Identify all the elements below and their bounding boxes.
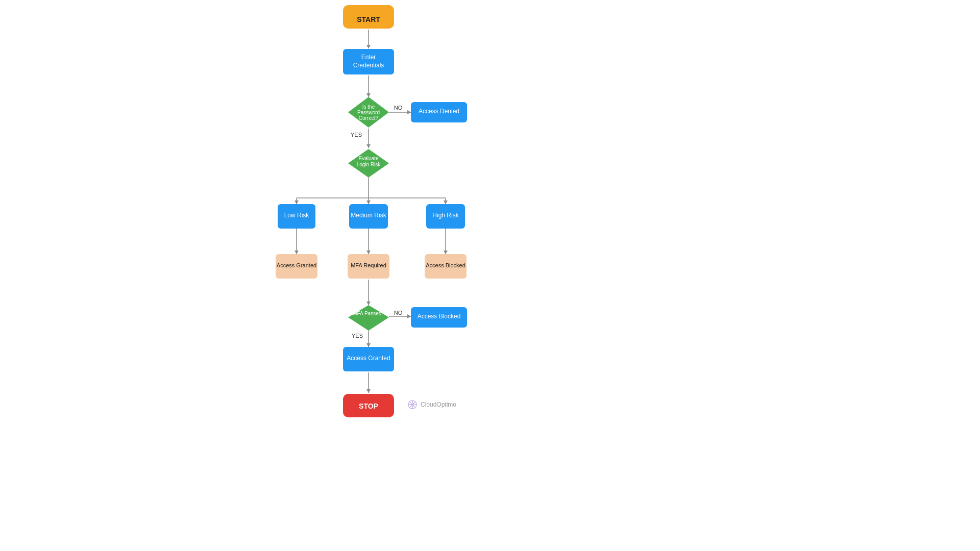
svg-text:MFA Passed?: MFA Passed?: [353, 311, 384, 316]
medium-risk-label: Medium Risk: [351, 212, 386, 219]
mfa-required-label: MFA Required: [351, 262, 386, 268]
access-blocked-high-node: Access Blocked: [425, 254, 467, 279]
access-denied-label: Access Denied: [419, 108, 459, 115]
evaluate-risk-diamond: Evaluate Login Risk: [348, 149, 389, 178]
access-denied-node: Access Denied: [411, 102, 467, 122]
password-diamond: Is the Password Correct?: [348, 97, 389, 128]
svg-text:Credentials: Credentials: [353, 62, 384, 69]
svg-marker-15: [444, 201, 448, 204]
svg-text:Login Risk: Login Risk: [357, 162, 381, 167]
flowchart-svg: START Enter Credentials Is the Password …: [0, 0, 980, 551]
enter-credentials-label: Enter: [361, 54, 376, 61]
stop-label: STOP: [359, 402, 378, 410]
high-risk-label: High Risk: [432, 212, 459, 219]
svg-text:Password: Password: [357, 110, 380, 115]
svg-marker-5: [407, 110, 411, 114]
no-label-1: NO: [394, 105, 403, 111]
svg-marker-3: [366, 93, 371, 97]
high-risk-node: High Risk: [426, 204, 465, 229]
low-risk-label: Low Risk: [284, 212, 310, 219]
svg-marker-17: [295, 251, 299, 254]
svg-marker-21: [444, 251, 448, 254]
svg-marker-11: [295, 201, 299, 204]
access-granted-low-node: Access Granted: [276, 254, 317, 279]
access-blocked-no-label: Access Blocked: [418, 313, 461, 320]
access-blocked-no-node: Access Blocked: [411, 307, 467, 328]
mfa-required-node: MFA Required: [348, 254, 389, 279]
svg-marker-1: [366, 45, 371, 48]
svg-text:Is the: Is the: [362, 104, 375, 110]
yes-label-2: YES: [352, 333, 363, 339]
enter-credentials-node: Enter Credentials: [343, 49, 394, 74]
svg-marker-25: [407, 314, 411, 318]
start-node: START: [343, 5, 394, 29]
svg-text:Evaluate: Evaluate: [359, 156, 379, 161]
medium-risk-node: Medium Risk: [349, 204, 388, 229]
access-granted-yes-node: Access Granted: [343, 347, 394, 371]
cloudoptimo-watermark: CloudOptimo: [408, 400, 456, 409]
svg-text:Correct?: Correct?: [359, 115, 379, 121]
no-label-2: NO: [394, 310, 403, 316]
access-granted-low-label: Access Granted: [277, 262, 316, 268]
svg-marker-47: [348, 305, 389, 331]
svg-marker-13: [366, 201, 371, 204]
diagram-container: START Enter Credentials Is the Password …: [0, 0, 980, 551]
svg-marker-19: [366, 251, 371, 254]
yes-label-1: YES: [351, 132, 362, 138]
svg-marker-27: [366, 343, 371, 347]
stop-node: STOP: [343, 394, 394, 417]
svg-marker-29: [366, 389, 371, 393]
mfa-passed-diamond: MFA Passed?: [348, 305, 389, 331]
access-blocked-high-label: Access Blocked: [426, 262, 465, 268]
access-granted-yes-label: Access Granted: [347, 355, 390, 362]
low-risk-node: Low Risk: [278, 204, 315, 229]
svg-marker-23: [366, 302, 371, 305]
start-label: START: [357, 15, 380, 23]
cloudoptimo-label: CloudOptimo: [421, 401, 456, 408]
svg-marker-7: [366, 144, 371, 148]
